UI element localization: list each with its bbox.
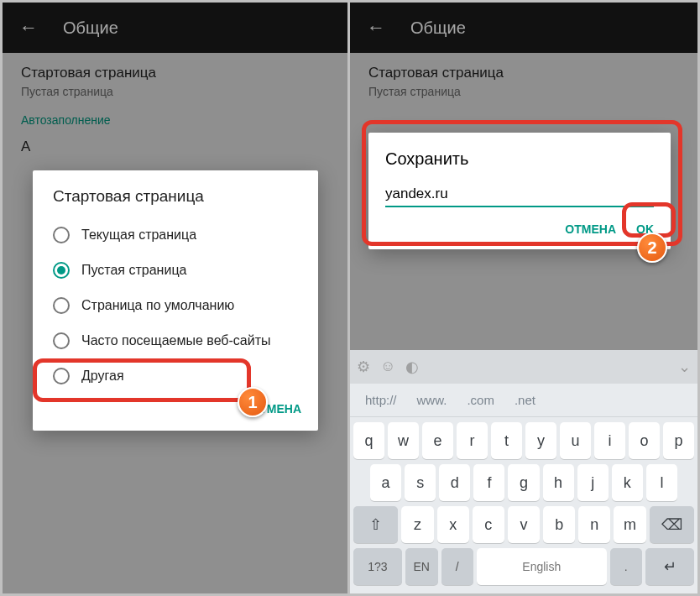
chevron-down-icon[interactable]: ⌄ <box>678 358 691 376</box>
key-z[interactable]: z <box>401 506 433 543</box>
back-icon[interactable]: ← <box>367 17 385 39</box>
key-y[interactable]: y <box>525 422 556 459</box>
dialog-title: Сохранить <box>385 149 654 169</box>
key-enter[interactable]: ↵ <box>645 548 694 585</box>
radio-option-blank[interactable]: Пустая страница <box>33 253 318 288</box>
radio-icon <box>53 227 70 243</box>
radio-icon <box>53 368 70 384</box>
key-m[interactable]: m <box>614 506 645 543</box>
radio-label: Страница по умолчанию <box>81 298 234 313</box>
ok-button[interactable]: OK <box>636 222 654 236</box>
radio-label: Другая <box>81 369 124 384</box>
dialog-actions: ОТМЕНА OK <box>385 207 654 244</box>
key-e[interactable]: e <box>422 422 453 459</box>
radio-option-default[interactable]: Страница по умолчанию <box>33 288 318 323</box>
radio-icon <box>53 332 70 349</box>
radio-option-other[interactable]: Другая <box>33 358 318 394</box>
topbar-title: Общие <box>410 18 466 38</box>
cancel-button[interactable]: ОТМЕНА <box>565 222 616 236</box>
key-k[interactable]: k <box>612 464 643 501</box>
radio-icon-checked <box>53 262 70 279</box>
key-b[interactable]: b <box>543 506 575 543</box>
key-numsym[interactable]: 1?3 <box>353 548 402 585</box>
radio-label: Текущая страница <box>81 227 196 243</box>
key-slash[interactable]: / <box>441 548 474 585</box>
globe-icon[interactable]: ◐ <box>405 358 419 376</box>
suggestion[interactable]: www. <box>407 393 457 407</box>
key-q[interactable]: q <box>353 422 384 459</box>
key-o[interactable]: o <box>629 422 660 459</box>
key-shift[interactable]: ⇧ <box>353 506 398 543</box>
radio-option-frequent[interactable]: Часто посещаемые веб-сайты <box>33 323 318 358</box>
cancel-button[interactable]: ОТМЕНА <box>250 402 301 416</box>
keyboard-suggestions: http:// www. .com .net <box>350 384 697 417</box>
suggestion[interactable]: .com <box>457 393 504 407</box>
key-t[interactable]: t <box>491 422 522 459</box>
tutorial-frame: ← Общие Стартовая страница Пустая страни… <box>0 0 700 596</box>
section-autofill: Автозаполнение <box>21 113 329 127</box>
topbar-title: Общие <box>63 18 118 38</box>
keyboard-toolbar: ⚙ ☺ ◐ ⌄ <box>350 350 697 384</box>
app-topbar: ← Общие <box>3 3 347 53</box>
key-v[interactable]: v <box>508 506 540 543</box>
key-s[interactable]: s <box>405 464 436 501</box>
screenshot-right: ← Общие Стартовая страница Пустая страни… <box>350 3 697 593</box>
radio-icon <box>53 297 70 314</box>
gear-icon[interactable]: ⚙ <box>357 358 370 376</box>
key-dot[interactable]: . <box>610 548 643 585</box>
key-lang[interactable]: EN <box>405 548 438 585</box>
key-row-4: 1?3 EN / English . ↵ <box>353 548 694 585</box>
key-l[interactable]: l <box>646 464 677 501</box>
keyboard-toolbar-icons: ⚙ ☺ ◐ <box>357 358 419 376</box>
radio-label: Часто посещаемые веб-сайты <box>81 333 271 348</box>
dialog-title: Стартовая страница <box>33 187 318 217</box>
setting-start-page-value: Пустая страница <box>21 85 329 98</box>
key-p[interactable]: p <box>663 422 694 459</box>
key-g[interactable]: g <box>508 464 539 501</box>
start-page-dialog: Стартовая страница Текущая страница Пуст… <box>33 170 318 431</box>
settings-body: Стартовая страница Пустая страница <box>350 53 697 125</box>
key-j[interactable]: j <box>577 464 609 501</box>
key-i[interactable]: i <box>594 422 625 459</box>
suggestion[interactable]: .net <box>504 393 546 407</box>
setting-start-page-label: Стартовая страница <box>368 65 679 81</box>
setting-row2: А <box>21 139 329 155</box>
key-f[interactable]: f <box>473 464 504 501</box>
dialog-actions: ОТМЕНА <box>33 394 318 427</box>
keyboard-keys: q w e r t y u i o p a s d f g h <box>350 417 697 593</box>
settings-body: Стартовая страница Пустая страница Автоз… <box>3 53 347 170</box>
save-url-dialog: Сохранить ОТМЕНА OK <box>368 133 671 249</box>
on-screen-keyboard: ⚙ ☺ ◐ ⌄ http:// www. .com .net q w e r t <box>350 350 697 593</box>
key-backspace[interactable]: ⌫ <box>650 506 694 543</box>
app-topbar: ← Общие <box>350 3 697 53</box>
key-row-2: a s d f g h j k l <box>353 464 694 501</box>
key-a[interactable]: a <box>370 464 401 501</box>
key-r[interactable]: r <box>457 422 488 459</box>
key-x[interactable]: x <box>437 506 469 543</box>
key-space[interactable]: English <box>477 548 606 585</box>
setting-start-page-value: Пустая страница <box>368 85 679 98</box>
radio-option-current[interactable]: Текущая страница <box>33 217 318 253</box>
key-d[interactable]: d <box>439 464 470 501</box>
key-u[interactable]: u <box>560 422 591 459</box>
url-input[interactable] <box>385 182 654 207</box>
key-c[interactable]: c <box>473 506 504 543</box>
setting-start-page-label: Стартовая страница <box>21 65 329 81</box>
back-icon[interactable]: ← <box>19 17 38 39</box>
key-w[interactable]: w <box>388 422 419 459</box>
radio-label: Пустая страница <box>81 263 186 278</box>
suggestion[interactable]: http:// <box>355 393 407 407</box>
key-n[interactable]: n <box>578 506 610 543</box>
key-h[interactable]: h <box>543 464 574 501</box>
key-row-1: q w e r t y u i o p <box>353 422 694 459</box>
smile-icon[interactable]: ☺ <box>380 358 395 376</box>
key-row-3: ⇧ z x c v b n m ⌫ <box>353 506 694 543</box>
screenshot-left: ← Общие Стартовая страница Пустая страни… <box>3 3 350 593</box>
